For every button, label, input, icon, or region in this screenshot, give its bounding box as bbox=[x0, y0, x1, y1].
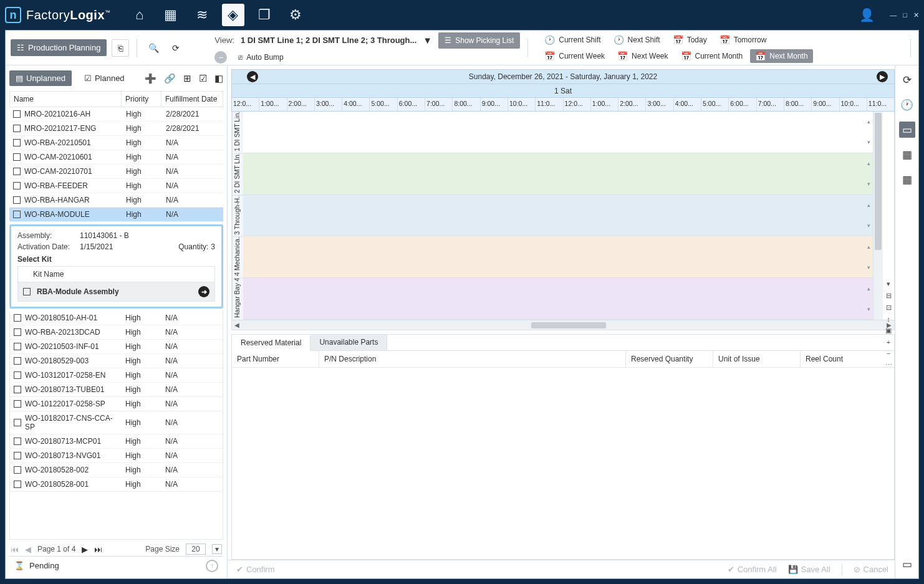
horizontal-scrollbar[interactable]: ◀ ▶ bbox=[231, 320, 895, 330]
minus-icon[interactable]: − bbox=[887, 350, 890, 357]
checkbox-icon[interactable] bbox=[13, 125, 21, 132]
checkbox-icon[interactable] bbox=[14, 328, 21, 336]
table-row[interactable]: WO-RBA-HANGARHighN/A bbox=[9, 193, 223, 208]
clear-icon[interactable]: ◧ bbox=[214, 73, 223, 84]
range-next-month[interactable]: 📅Next Month bbox=[750, 49, 812, 63]
lane-down-icon[interactable]: ▾ bbox=[864, 174, 873, 194]
table-row[interactable]: WO-20180713-NVG01HighN/A bbox=[10, 449, 223, 463]
schedule-lane[interactable]: ▴▾ bbox=[243, 153, 873, 195]
lane-down-icon[interactable]: ▾ bbox=[864, 257, 873, 277]
checkbox-icon[interactable] bbox=[14, 386, 21, 393]
refresh-button[interactable]: ⟳ bbox=[167, 39, 185, 57]
grid-settings-icon[interactable]: ⊞ bbox=[183, 73, 191, 84]
checkbox-icon[interactable] bbox=[14, 371, 21, 379]
tab-unavailable-parts[interactable]: Unavailable Parts bbox=[310, 335, 387, 350]
checkbox-icon[interactable] bbox=[14, 314, 21, 322]
lane-label[interactable]: Hangar Bay 4 bbox=[232, 278, 243, 320]
table-row[interactable]: WO-20180713-MCP01HighN/A bbox=[10, 434, 223, 449]
minus-circle-icon[interactable]: − bbox=[214, 51, 227, 64]
lane-label[interactable]: 1 DI SMT Lin... bbox=[232, 112, 243, 153]
save-all-button[interactable]: 💾 Save All bbox=[788, 565, 830, 574]
confirm-button[interactable]: ✔ Confirm bbox=[236, 565, 275, 574]
col-reel-count[interactable]: Reel Count bbox=[801, 351, 894, 367]
checkbox-icon[interactable] bbox=[13, 110, 21, 118]
range-next-shift[interactable]: 🕐Next Shift bbox=[609, 33, 665, 47]
sync-icon[interactable]: ⟳ bbox=[899, 72, 915, 88]
close-icon[interactable]: ✕ bbox=[913, 11, 919, 19]
minimize-icon[interactable]: — bbox=[890, 11, 897, 19]
first-page-icon[interactable]: ⏮ bbox=[11, 545, 19, 554]
checkbox-icon[interactable] bbox=[13, 196, 21, 204]
maximize-icon[interactable]: □ bbox=[903, 11, 907, 19]
link-icon[interactable]: 🔗 bbox=[164, 73, 176, 84]
arrow-right-icon[interactable]: ➜ bbox=[198, 286, 209, 297]
confirm-all-button[interactable]: ✔ Confirm All bbox=[728, 565, 777, 574]
range-tomorrow[interactable]: 📅Tomorrow bbox=[715, 33, 772, 47]
scrollbar-thumb[interactable] bbox=[875, 113, 882, 250]
tool-icon[interactable]: ▾ bbox=[887, 280, 890, 288]
lane-down-icon[interactable]: ▾ bbox=[864, 216, 873, 236]
table-row[interactable]: WO-20210503-INF-01HighN/A bbox=[10, 340, 223, 354]
add-icon[interactable]: ➕ bbox=[145, 73, 156, 84]
clock-icon[interactable]: 🕐 bbox=[899, 97, 915, 113]
col-reserved-qty[interactable]: Reserved Quantity bbox=[626, 351, 713, 367]
tool-icon[interactable]: ↕ bbox=[887, 315, 890, 323]
schedule-grid[interactable]: 1 DI SMT Lin...2 DI SMT LIn...3 Through-… bbox=[231, 112, 895, 320]
vertical-scrollbar[interactable] bbox=[873, 112, 883, 320]
scroll-left-icon[interactable]: ◀ bbox=[232, 322, 242, 328]
checkbox-icon[interactable] bbox=[14, 481, 21, 488]
col-name[interactable]: Name bbox=[10, 92, 122, 107]
table-row[interactable]: MRO-20210217-ENGHigh2/28/2021 bbox=[9, 122, 223, 136]
table-row[interactable]: MRO-20210216-AHHigh2/28/2021 bbox=[9, 107, 223, 122]
lane-label[interactable]: 4 Mechanica... bbox=[232, 236, 243, 278]
checkbox-icon[interactable] bbox=[14, 438, 21, 445]
col-unit-of-issue[interactable]: Unit of Issue bbox=[713, 351, 801, 367]
search-button[interactable]: 🔍 bbox=[145, 39, 162, 57]
windows-icon[interactable]: ❐ bbox=[253, 4, 276, 26]
checkbox-icon[interactable] bbox=[14, 452, 21, 459]
week-view-icon[interactable]: ▦ bbox=[899, 146, 915, 163]
page-size-input[interactable]: 20 bbox=[186, 543, 206, 555]
gear-icon[interactable]: ⚙ bbox=[284, 4, 307, 26]
stack-icon[interactable]: ≋ bbox=[191, 4, 213, 26]
schedule-lane[interactable]: ▴▾ bbox=[243, 236, 873, 278]
col-fulfillment[interactable]: Fulfillment Date bbox=[161, 92, 223, 107]
show-picking-list-button[interactable]: ☰ Show Picking List bbox=[438, 32, 520, 49]
target-icon[interactable]: ◈ bbox=[222, 4, 244, 26]
checkbox-icon[interactable] bbox=[13, 168, 21, 175]
home-icon[interactable]: ⌂ bbox=[128, 4, 151, 26]
checkbox-icon[interactable] bbox=[14, 357, 21, 365]
month-view-icon[interactable]: ▦ bbox=[899, 171, 915, 188]
lane-up-icon[interactable]: ▴ bbox=[864, 278, 873, 299]
page-size-dropdown-icon[interactable]: ▾ bbox=[212, 544, 222, 554]
module-tab[interactable]: ☷ Production Planning bbox=[11, 39, 107, 56]
checkbox-icon[interactable] bbox=[14, 343, 21, 350]
table-row[interactable]: WO-20180528-002HighN/A bbox=[10, 463, 223, 477]
checkbox-icon[interactable] bbox=[14, 419, 21, 426]
range-current-week[interactable]: 📅Current Week bbox=[539, 49, 610, 63]
table-row[interactable]: WO-RBA-MODULEHighN/A bbox=[9, 208, 223, 222]
checkbox-icon[interactable] bbox=[13, 182, 21, 189]
tab-planned[interactable]: ☑ Planned bbox=[78, 70, 131, 86]
lane-label[interactable]: 3 Through-H... bbox=[232, 195, 243, 237]
prev-range-icon[interactable]: ◀ bbox=[247, 71, 258, 82]
table-row[interactable]: WO-10122017-0258-SPHighN/A bbox=[10, 397, 223, 411]
checkbox-icon[interactable] bbox=[13, 211, 21, 218]
scrollbar-thumb[interactable] bbox=[531, 322, 606, 328]
lane-label[interactable]: 2 DI SMT LIn... bbox=[232, 153, 243, 195]
user-icon[interactable]: 👤 bbox=[859, 7, 875, 22]
checkbox-icon[interactable] bbox=[13, 139, 21, 146]
lane-up-icon[interactable]: ▴ bbox=[864, 112, 873, 132]
grid-edit-icon[interactable]: ▦ bbox=[160, 4, 182, 26]
card-icon[interactable]: ▭ bbox=[899, 556, 915, 572]
view-value[interactable]: 1 DI SMT Line 1; 2 DI SMT LIne 2; 3 Thro… bbox=[241, 36, 416, 45]
table-row[interactable]: WO-20180510-AH-01HighN/A bbox=[10, 311, 223, 325]
table-row[interactable]: WO-CAM-20210601HighN/A bbox=[9, 150, 223, 165]
tool-icon[interactable]: ⊡ bbox=[886, 304, 892, 312]
day-view-icon[interactable]: ▭ bbox=[899, 122, 915, 138]
tool-icon[interactable]: ▣ bbox=[885, 327, 892, 335]
range-current-month[interactable]: 📅Current Month bbox=[676, 49, 748, 63]
tool-icon[interactable]: ⊟ bbox=[886, 292, 892, 300]
grid-body[interactable]: WO-20180510-AH-01HighN/AWO-RBA-20213DCAD… bbox=[9, 311, 223, 540]
auto-bump-toggle[interactable]: ⎚ Auto Bump bbox=[238, 53, 283, 62]
